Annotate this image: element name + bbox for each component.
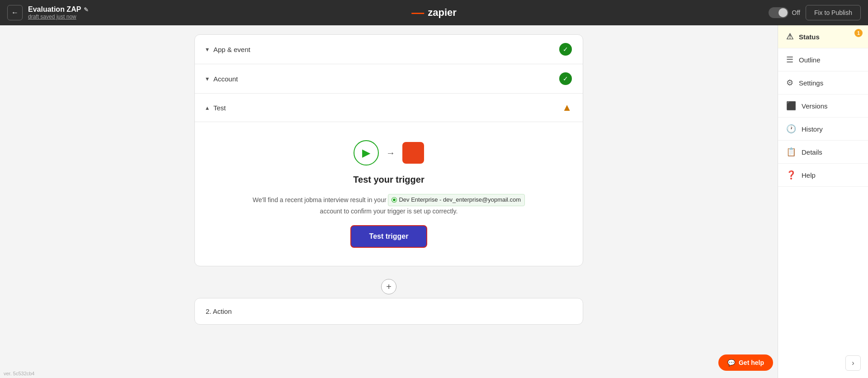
toggle-thumb [778, 8, 788, 17]
play-icon: ▶ [362, 146, 370, 159]
action-square [402, 142, 424, 164]
sidebar-label-help: Help [802, 171, 816, 179]
fix-to-publish-button[interactable]: Fix to Publish [806, 5, 861, 20]
help-icon: ❓ [786, 170, 796, 180]
app-event-section[interactable]: ▾ App & event ✓ [195, 35, 583, 64]
versions-icon: ⬛ [786, 101, 796, 111]
get-help-button[interactable]: 💬 Get help [718, 354, 773, 371]
section-left: ▴ Test [206, 104, 226, 112]
description-after: account to confirm your trigger is set u… [320, 208, 458, 215]
action-label: 2. Action [206, 307, 232, 315]
sidebar-item-outline[interactable]: ☰ Outline [778, 48, 868, 71]
action-card-stub: 2. Action [194, 298, 583, 325]
trigger-circle: ▶ [354, 140, 379, 165]
account-section[interactable]: ▾ Account ✓ [195, 64, 583, 94]
sidebar-item-versions[interactable]: ⬛ Versions [778, 94, 868, 118]
sidebar-label-settings: Settings [799, 79, 823, 87]
account-check-icon: ✓ [559, 72, 572, 85]
account-name: Dev Enterprise - dev_enterprise@yopmail.… [399, 195, 521, 205]
version-info: ver. 5c532cb4 [4, 371, 35, 376]
toggle-label: Off [792, 9, 800, 16]
zapier-logo: — zapier [411, 5, 457, 20]
test-title: Test your trigger [353, 175, 424, 185]
chevron-right-icon: › [852, 359, 854, 367]
app-event-check-icon: ✓ [559, 43, 572, 56]
expand-button[interactable]: › [845, 355, 861, 371]
version-text: ver. 5c532cb4 [4, 371, 35, 376]
warning-icon: ▲ [562, 102, 572, 113]
zap-title-row: Evaluation ZAP ✎ [28, 5, 89, 14]
sidebar-item-help[interactable]: ❓ Help [778, 164, 868, 187]
sidebar-label-history: History [802, 125, 823, 133]
get-help-label: Get help [739, 359, 764, 366]
nav-right: Off Fix to Publish [769, 5, 861, 20]
account-dot-icon [392, 198, 396, 202]
test-section-body: ▶ → Test your trigger We'll find a recen… [195, 122, 583, 266]
app-event-label: App & event [213, 46, 250, 53]
test-label: Test [213, 104, 226, 112]
sidebar-item-status[interactable]: ⚠ Status 1 [778, 25, 868, 48]
chevron-down-icon: ▾ [206, 75, 209, 82]
account-badge: Dev Enterprise - dev_enterprise@yopmail.… [388, 194, 525, 206]
add-step-row: + [381, 279, 396, 294]
chat-icon: 💬 [727, 359, 735, 366]
sidebar-label-versions: Versions [802, 102, 828, 110]
toggle-track[interactable] [769, 7, 788, 18]
sidebar-item-details[interactable]: 📋 Details [778, 141, 868, 164]
test-description: We'll find a recent jobma interview resu… [253, 194, 525, 216]
sidebar-item-history[interactable]: 🕐 History [778, 118, 868, 141]
trigger-flow: ▶ → [354, 140, 424, 165]
details-icon: 📋 [786, 147, 796, 157]
section-left: ▾ App & event [206, 46, 250, 53]
back-button[interactable]: ← [7, 5, 23, 20]
test-trigger-button[interactable]: Test trigger [350, 225, 428, 248]
history-icon: 🕐 [786, 124, 796, 134]
zap-info: Evaluation ZAP ✎ draft saved just now [28, 5, 89, 20]
add-step-button[interactable]: + [381, 279, 396, 294]
nav-center: — zapier [411, 5, 457, 20]
test-section-header[interactable]: ▴ Test ▲ [195, 94, 583, 122]
chevron-down-icon: ▾ [206, 46, 209, 53]
nav-left: ← Evaluation ZAP ✎ draft saved just now [7, 5, 89, 20]
status-badge: 1 [854, 29, 863, 37]
zap-toggle[interactable]: Off [769, 7, 800, 18]
description-before: We'll find a recent jobma interview resu… [253, 196, 387, 203]
right-sidebar: ⚠ Status 1 ☰ Outline ⚙ Settings ⬛ Versio… [778, 25, 868, 378]
edit-zap-icon[interactable]: ✎ [84, 6, 89, 13]
warning-icon: ⚠ [786, 32, 793, 42]
top-navigation: ← Evaluation ZAP ✎ draft saved just now … [0, 0, 868, 25]
section-left: ▾ Account [206, 75, 238, 83]
zapier-dash: — [411, 5, 424, 20]
zap-save-status: draft saved just now [28, 14, 89, 20]
sidebar-label-details: Details [802, 148, 822, 156]
zap-name: Evaluation ZAP [28, 5, 81, 14]
zap-card: ▾ App & event ✓ ▾ Account ✓ ▴ Test ▲ [194, 34, 583, 266]
arrow-right-icon: → [386, 148, 395, 158]
sidebar-label-outline: Outline [799, 56, 821, 64]
account-label: Account [213, 75, 238, 83]
list-icon: ☰ [786, 55, 793, 65]
sidebar-label-status: Status [799, 33, 820, 41]
main-layout: ▾ App & event ✓ ▾ Account ✓ ▴ Test ▲ [0, 25, 868, 378]
center-content: ▾ App & event ✓ ▾ Account ✓ ▴ Test ▲ [0, 25, 778, 378]
sidebar-item-settings[interactable]: ⚙ Settings [778, 71, 868, 94]
chevron-up-icon: ▴ [206, 104, 209, 111]
gear-icon: ⚙ [786, 78, 793, 88]
zapier-wordmark: zapier [428, 7, 457, 19]
